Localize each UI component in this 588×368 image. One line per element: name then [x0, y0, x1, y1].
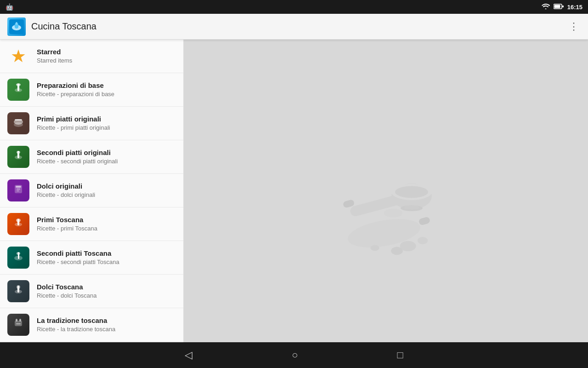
svg-point-9 — [16, 83, 21, 86]
svg-rect-19 — [17, 190, 19, 191]
svg-point-15 — [17, 151, 20, 154]
dolci-toscana-subtitle: Ricette - dolci Toscana — [37, 292, 176, 300]
main-content: ★ Starred Starred items Preparazioni di — [0, 40, 588, 368]
secondi-piatti-toscana-title: Secondi piatti Toscana — [37, 249, 176, 258]
overflow-menu-button[interactable]: ⋮ — [567, 19, 581, 34]
bottom-nav: ◁ ○ □ — [0, 342, 588, 368]
primi-piatti-originali-text: Primi piatti originali Ricette - primi p… — [37, 115, 176, 132]
cooking-illustration — [312, 139, 459, 268]
svg-rect-30 — [16, 319, 17, 322]
nav-item-secondi-piatti-originali[interactable]: Secondi piatti originali Ricette - secon… — [0, 140, 183, 174]
svg-point-43 — [418, 237, 428, 244]
svg-point-48 — [395, 186, 428, 198]
starred-text: Starred Starred items — [37, 47, 176, 65]
nav-item-starred[interactable]: ★ Starred Starred items — [0, 40, 183, 73]
svg-point-44 — [391, 247, 403, 255]
svg-point-45 — [370, 245, 379, 251]
svg-rect-31 — [19, 319, 21, 322]
secondi-piatti-toscana-subtitle: Ricette - secondi piatti Toscana — [37, 259, 176, 266]
android-status-icon: 🤖 — [6, 3, 13, 11]
primi-toscana-icon — [7, 213, 29, 235]
svg-rect-1 — [554, 5, 560, 8]
secondi-piatti-toscana-icon — [7, 247, 29, 269]
preparazioni-base-subtitle: Ricette - preparazioni di base — [37, 91, 176, 98]
dolci-toscana-icon — [7, 280, 29, 302]
nav-item-primi-toscana[interactable]: Primi Toscana Ricette - primi Toscana — [0, 207, 183, 241]
nav-item-preparazioni-base[interactable]: Preparazioni di base Ricette - preparazi… — [0, 73, 183, 107]
status-bar-right: 16:15 — [542, 3, 582, 11]
recents-button[interactable]: □ — [394, 345, 407, 365]
secondi-piatti-originali-icon — [7, 146, 29, 168]
svg-rect-2 — [562, 6, 564, 7]
dolci-toscana-title: Dolci Toscana — [37, 282, 176, 292]
primi-piatti-originali-icon — [7, 112, 29, 134]
primi-toscana-title: Primi Toscana — [37, 215, 176, 224]
svg-rect-6 — [16, 22, 17, 25]
starred-subtitle: Starred items — [37, 57, 176, 65]
primi-toscana-subtitle: Ricette - primi Toscana — [37, 225, 176, 233]
svg-rect-40 — [418, 216, 430, 225]
primi-piatti-originali-title: Primi piatti originali — [37, 115, 176, 124]
dolci-originali-title: Dolci originali — [37, 182, 176, 191]
primi-piatti-originali-subtitle: Ricette - primi piatti originali — [37, 124, 176, 132]
nav-item-dolci-originali[interactable]: Dolci originali Ricette - dolci original… — [0, 174, 183, 207]
svg-rect-12 — [15, 119, 22, 121]
preparazioni-base-icon — [7, 79, 29, 101]
svg-rect-17 — [16, 186, 21, 188]
nav-item-dolci-toscana[interactable]: Dolci Toscana Ricette - dolci Toscana — [0, 275, 183, 308]
svg-point-25 — [17, 252, 20, 255]
nav-item-tradizione-toscana[interactable]: La tradizione toscana Ricette - la tradi… — [0, 308, 183, 342]
starred-title: Starred — [37, 47, 176, 57]
secondi-piatti-toscana-text: Secondi piatti Toscana Ricette - secondi… — [37, 249, 176, 266]
status-bar: 🤖 16:15 — [0, 0, 588, 14]
wifi-icon — [542, 3, 550, 11]
dolci-originali-text: Dolci originali Ricette - dolci original… — [37, 182, 176, 199]
nav-panel: ★ Starred Starred items Preparazioni di — [0, 40, 184, 368]
back-button[interactable]: ◁ — [181, 345, 196, 365]
tradizione-toscana-icon — [7, 314, 29, 336]
secondi-piatti-originali-text: Secondi piatti originali Ricette - secon… — [37, 148, 176, 166]
status-bar-left: 🤖 — [6, 3, 13, 11]
app-logo — [7, 17, 26, 36]
time-display: 16:15 — [567, 4, 582, 11]
app-title: Cucina Toscana — [31, 21, 567, 32]
svg-point-22 — [16, 218, 21, 222]
svg-rect-32 — [16, 323, 21, 324]
starred-icon: ★ — [7, 45, 29, 67]
dolci-originali-subtitle: Ricette - dolci originali — [37, 191, 176, 199]
svg-rect-50 — [404, 206, 419, 209]
star-shape: ★ — [8, 46, 28, 66]
tradizione-toscana-title: La tradizione toscana — [37, 316, 176, 325]
svg-rect-18 — [17, 189, 20, 190]
app-bar: Cucina Toscana ⋮ — [0, 14, 588, 40]
battery-icon — [554, 4, 564, 11]
secondi-piatti-originali-subtitle: Ricette - secondi piatti originali — [37, 158, 176, 166]
preparazioni-base-text: Preparazioni di base Ricette - preparazi… — [37, 81, 176, 98]
dolci-toscana-text: Dolci Toscana Ricette - dolci Toscana — [37, 282, 176, 300]
svg-point-28 — [17, 285, 20, 289]
preparazioni-base-title: Preparazioni di base — [37, 81, 176, 90]
content-panel — [184, 40, 588, 368]
nav-item-primi-piatti-originali[interactable]: Primi piatti originali Ricette - primi p… — [0, 107, 183, 140]
nav-item-secondi-piatti-toscana[interactable]: Secondi piatti Toscana Ricette - secondi… — [0, 241, 183, 275]
home-button[interactable]: ○ — [288, 345, 301, 365]
tradizione-toscana-subtitle: Ricette - la tradizione toscana — [37, 326, 176, 334]
secondi-piatti-originali-title: Secondi piatti originali — [37, 148, 176, 157]
dolci-originali-icon — [7, 179, 29, 201]
svg-point-51 — [384, 208, 402, 217]
primi-toscana-text: Primi Toscana Ricette - primi Toscana — [37, 215, 176, 233]
tradizione-toscana-text: La tradizione toscana Ricette - la tradi… — [37, 316, 176, 334]
